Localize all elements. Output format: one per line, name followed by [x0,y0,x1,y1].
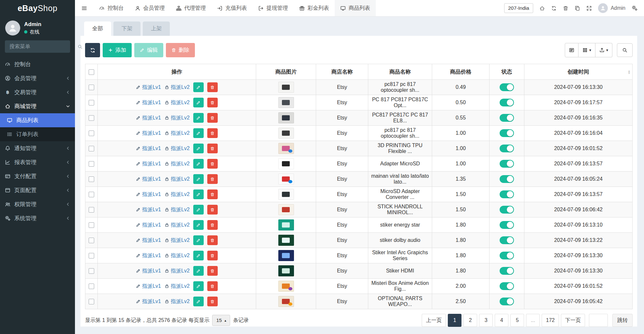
view-export-button[interactable]: ▾ [595,43,612,57]
row-checkbox[interactable] [89,192,94,197]
nav-item-0[interactable]: 控制台 [94,0,129,16]
assign-lv2-link[interactable]: 指派Lv2 [165,99,190,106]
sidebar-item-9[interactable]: 页面配置 [0,183,75,197]
assign-lv2-link[interactable]: 指派Lv2 [165,176,190,183]
assign-lv2-link[interactable]: 指派Lv2 [165,206,190,213]
nav-item-1[interactable]: 会员管理 [129,0,170,16]
refresh-button[interactable] [85,43,100,57]
sidebar-search-input[interactable] [9,43,78,50]
row-checkbox[interactable] [89,146,94,151]
assign-lv2-link[interactable]: 指派Lv2 [165,145,190,152]
row-edit-button[interactable] [193,98,204,107]
sidebar-item-10[interactable]: 权限管理 [0,197,75,211]
status-toggle[interactable] [500,236,514,244]
tab-2[interactable]: 上架 [143,21,170,36]
status-toggle[interactable] [500,145,514,152]
status-toggle[interactable] [500,190,514,198]
assign-lv2-link[interactable]: 指派Lv2 [165,191,190,198]
row-edit-button[interactable] [193,281,204,291]
row-edit-button[interactable] [193,297,204,306]
column-header[interactable]: 创建时间▴▾ [524,64,633,80]
assign-lv1-link[interactable]: 指派Lv1 [136,99,161,106]
tab-0[interactable]: 全部 [84,21,111,36]
row-edit-button[interactable] [193,235,204,245]
assign-lv1-link[interactable]: 指派Lv1 [136,130,161,137]
row-delete-button[interactable] [207,297,218,306]
row-delete-button[interactable] [207,235,218,245]
view-grid-button[interactable]: ▾ [578,43,595,57]
page-button-5[interactable]: 5 [510,314,524,327]
assign-lv2-link[interactable]: 指派Lv2 [165,160,190,167]
assign-lv1-link[interactable]: 指派Lv1 [136,268,161,274]
row-delete-button[interactable] [207,174,218,184]
row-delete-button[interactable] [207,189,218,199]
assign-lv1-link[interactable]: 指派Lv1 [136,176,161,183]
table-search-button[interactable] [617,43,633,57]
row-delete-button[interactable] [207,281,218,291]
row-checkbox[interactable] [89,115,94,121]
row-edit-button[interactable] [193,159,204,169]
nav-item-6[interactable]: 商品列表 [335,0,376,16]
assign-lv2-link[interactable]: 指派Lv2 [165,115,190,121]
page-button-172[interactable]: 172 [542,314,559,327]
status-toggle[interactable] [500,221,514,229]
assign-lv2-link[interactable]: 指派Lv2 [165,268,190,274]
nav-item-3[interactable]: 充值列表 [212,0,253,16]
assign-lv2-link[interactable]: 指派Lv2 [165,237,190,244]
sidebar-item-11[interactable]: 系统管理 [0,211,75,225]
status-toggle[interactable] [500,252,514,259]
row-delete-button[interactable] [207,82,218,92]
row-checkbox[interactable] [89,299,94,304]
assign-lv1-link[interactable]: 指派Lv1 [136,252,161,259]
status-toggle[interactable] [500,298,514,305]
sidebar-item-0[interactable]: 控制台 [0,57,75,71]
sidebar-item-3[interactable]: 商城管理 [0,99,75,113]
page-button-1[interactable]: 1 [448,314,461,327]
row-delete-button[interactable] [207,128,218,138]
select-all-checkbox[interactable] [89,69,94,75]
navbar-settings-button[interactable] [632,5,637,11]
assign-lv1-link[interactable]: 指派Lv1 [136,298,161,305]
status-toggle[interactable] [500,129,514,137]
assign-lv1-link[interactable]: 指派Lv1 [136,160,161,167]
row-edit-button[interactable] [193,128,204,138]
row-delete-button[interactable] [207,205,218,215]
row-checkbox[interactable] [89,253,94,258]
row-checkbox[interactable] [89,238,94,243]
region-button[interactable]: 207-India [504,3,533,13]
navbar-user-menu[interactable]: Admin [598,3,625,13]
status-toggle[interactable] [500,114,514,122]
row-delete-button[interactable] [207,266,218,276]
status-toggle[interactable] [500,83,514,91]
sidebar-toggle-button[interactable] [75,0,94,16]
row-edit-button[interactable] [193,266,204,276]
row-delete-button[interactable] [207,144,218,153]
row-checkbox[interactable] [89,268,94,274]
next-page-button[interactable]: 下一页 [561,314,585,327]
navbar-copies-button[interactable] [575,6,580,11]
assign-lv2-link[interactable]: 指派Lv2 [165,84,190,91]
assign-lv2-link[interactable]: 指派Lv2 [165,283,190,290]
jump-button[interactable]: 跳转 [612,314,633,327]
status-toggle[interactable] [500,267,514,275]
status-toggle[interactable] [500,160,514,168]
row-checkbox[interactable] [89,100,94,105]
row-edit-button[interactable] [193,189,204,199]
status-toggle[interactable] [500,206,514,214]
assign-lv2-link[interactable]: 指派Lv2 [165,298,190,305]
row-edit-button[interactable] [193,144,204,153]
assign-lv2-link[interactable]: 指派Lv2 [165,252,190,259]
row-edit-button[interactable] [193,174,204,184]
status-toggle[interactable] [500,282,514,290]
sidebar-search-icon[interactable] [78,44,82,49]
row-edit-button[interactable] [193,251,204,260]
sidebar-item-1[interactable]: 会员管理 [0,71,75,85]
assign-lv2-link[interactable]: 指派Lv2 [165,130,190,137]
navbar-trash-button[interactable] [563,6,568,11]
status-toggle[interactable] [500,175,514,183]
row-edit-button[interactable] [193,220,204,230]
assign-lv2-link[interactable]: 指派Lv2 [165,222,190,229]
page-button-2[interactable]: 2 [463,314,477,327]
sidebar-item-6[interactable]: 通知管理 [0,141,75,155]
row-checkbox[interactable] [89,161,94,167]
